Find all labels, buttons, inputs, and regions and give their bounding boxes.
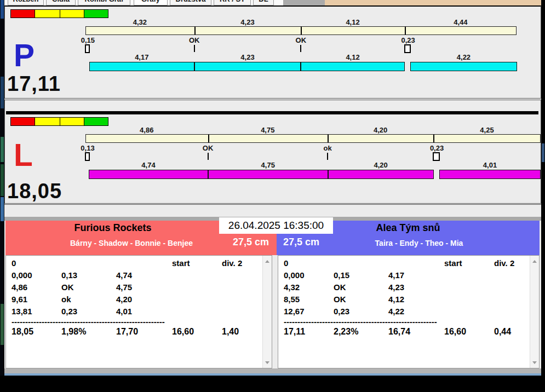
table-cell: 4,01 bbox=[116, 307, 132, 316]
table-cell: 4,12 bbox=[388, 295, 404, 304]
tab-dru-stva[interactable]: Družstva bbox=[170, 0, 211, 5]
run-bar-segment bbox=[301, 62, 405, 71]
ok-tick-marker bbox=[327, 153, 328, 160]
run-time-label: 4,22 bbox=[444, 53, 483, 61]
desktop-fragment bbox=[1, 77, 4, 108]
table-cell: div. 2 bbox=[222, 258, 242, 268]
table-cell: 0,15 bbox=[334, 270, 349, 280]
dashed-separator: ----------------------------------------… bbox=[12, 317, 165, 326]
status-light bbox=[10, 117, 35, 126]
scale-divider bbox=[194, 27, 196, 34]
lane-total-time: 18,05 bbox=[7, 181, 62, 201]
jump-height-badge: 27,5 cm bbox=[283, 237, 319, 248]
tab-rr-t[interactable]: RR / ŠT bbox=[214, 0, 251, 5]
run-time-label: 4,20 bbox=[362, 161, 400, 169]
mark-label: 0,15 bbox=[68, 36, 107, 44]
split-time-label: 4,20 bbox=[362, 126, 400, 134]
team-name: Furious Rockets bbox=[5, 222, 220, 234]
split-time-label: 4,75 bbox=[249, 126, 287, 134]
dashed-separator: ----------------------------------------… bbox=[284, 317, 437, 326]
lane-letter: P bbox=[14, 40, 35, 71]
scale-bar bbox=[85, 134, 541, 143]
ok-tick-marker bbox=[300, 45, 301, 52]
chevron-up-icon bbox=[265, 260, 269, 263]
run-bar-segment bbox=[410, 62, 517, 71]
status-light bbox=[35, 9, 60, 18]
split-time-label: 4,25 bbox=[468, 126, 506, 134]
table-cell: 0 bbox=[284, 258, 288, 268]
table-cell: 0,000 bbox=[284, 270, 305, 280]
lane-graph-l: 4,864,754,204,250,13OKok0,234,744,754,20… bbox=[5, 100, 541, 203]
run-time-label: 4,74 bbox=[129, 161, 168, 169]
scroll-down-button[interactable] bbox=[530, 358, 539, 367]
mark-label: OK bbox=[175, 36, 214, 44]
lane-total-time: 17,11 bbox=[7, 73, 61, 94]
table-cell: 0 bbox=[12, 258, 16, 268]
chevron-down-icon bbox=[265, 361, 269, 364]
run-bar-segment bbox=[89, 170, 208, 179]
tab-rozb-h[interactable]: Rozběh bbox=[8, 0, 44, 5]
table-cell: 0,000 bbox=[12, 270, 32, 280]
main-window: RozběhČidlaKombi GrafGrafyDružstvaRR / Š… bbox=[4, 0, 541, 376]
jump-height-badge: 27,5 cm bbox=[233, 237, 269, 248]
window-caption-strip bbox=[325, 0, 541, 5]
mark-label: 0,23 bbox=[389, 36, 427, 44]
tab-kombi-graf[interactable]: Kombi Graf bbox=[78, 0, 130, 5]
status-strip bbox=[4, 368, 541, 373]
scale-divider bbox=[405, 27, 406, 34]
summary-cell: 16,60 bbox=[172, 327, 194, 337]
run-time-label: 4,23 bbox=[228, 53, 267, 61]
scroll-up-button[interactable] bbox=[263, 257, 272, 266]
desktop-fragment bbox=[542, 143, 544, 162]
fault-box-marker bbox=[85, 152, 90, 161]
fault-box-marker bbox=[433, 152, 440, 161]
status-light bbox=[84, 117, 108, 126]
summary-cell: 17,11 bbox=[284, 327, 305, 337]
scroll-up-button[interactable] bbox=[530, 257, 539, 266]
table-cell: 4,23 bbox=[388, 283, 404, 292]
mark-label: OK bbox=[189, 144, 227, 152]
split-table-left: 0startdiv. 20,0000,134,744,86OK4,759,61o… bbox=[5, 255, 272, 368]
run-bar-segment bbox=[439, 170, 540, 179]
mark-label: 0,13 bbox=[68, 144, 107, 152]
run-time-label: 4,12 bbox=[334, 53, 372, 61]
run-bar-segment bbox=[208, 170, 328, 179]
chevron-up-icon bbox=[532, 260, 537, 263]
table-cell: 4,22 bbox=[388, 307, 404, 316]
lane-panel-l: 4,864,754,204,250,13OKok0,234,744,754,20… bbox=[4, 100, 541, 204]
tab--idla[interactable]: Čidla bbox=[46, 0, 76, 5]
table-cell: 4,75 bbox=[116, 283, 132, 292]
summary-cell: 18,05 bbox=[12, 327, 33, 337]
run-bar-segment bbox=[328, 170, 434, 179]
summary-cell: 2,23% bbox=[334, 327, 358, 337]
scroll-down-button[interactable] bbox=[263, 358, 272, 367]
fault-box-marker bbox=[85, 44, 90, 53]
tab-grafy[interactable]: Grafy bbox=[134, 0, 168, 5]
chevron-down-icon bbox=[532, 361, 537, 364]
status-light bbox=[10, 9, 35, 18]
run-time-label: 4,01 bbox=[471, 161, 509, 169]
spacer-panel bbox=[4, 204, 541, 217]
ok-tick-marker bbox=[208, 153, 209, 160]
summary-cell: 16,60 bbox=[444, 327, 466, 337]
status-light bbox=[35, 117, 60, 126]
tab-dl[interactable]: DL bbox=[253, 0, 274, 5]
table-cell: 8,55 bbox=[284, 295, 300, 304]
table-cell: 4,17 bbox=[388, 270, 404, 280]
split-time-label: 4,44 bbox=[441, 18, 480, 26]
mark-label: 0,23 bbox=[418, 144, 456, 152]
table-cell: 4,20 bbox=[116, 295, 132, 304]
run-time-label: 4,17 bbox=[123, 53, 161, 61]
table-scrollbar[interactable] bbox=[262, 256, 272, 368]
table-cell: 0,23 bbox=[61, 307, 77, 316]
table-cell: start bbox=[444, 258, 462, 268]
status-light bbox=[84, 9, 108, 18]
status-light bbox=[60, 117, 84, 126]
run-bar-segment bbox=[194, 62, 301, 71]
desktop-fragment bbox=[1, 304, 4, 345]
desktop-edge-strip bbox=[541, 0, 545, 376]
table-cell: 0,13 bbox=[61, 270, 77, 280]
table-scrollbar[interactable] bbox=[530, 256, 539, 368]
split-time-label: 4,86 bbox=[128, 126, 166, 134]
table-cell: start bbox=[172, 258, 190, 268]
